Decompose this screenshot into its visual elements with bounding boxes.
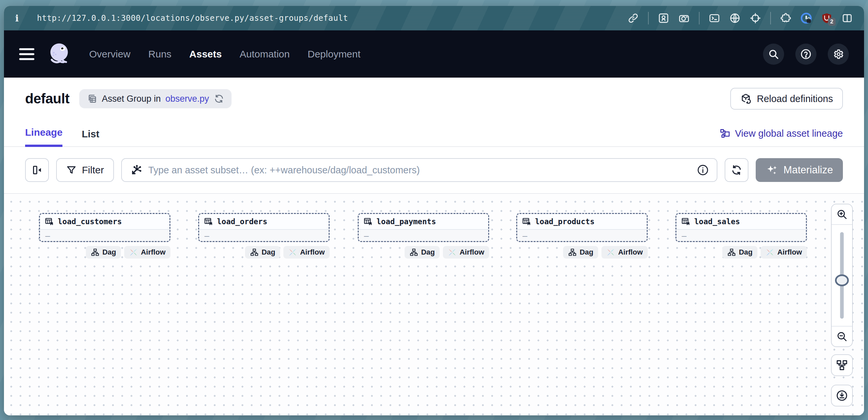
airflow-badge-label: Airflow xyxy=(459,248,484,257)
airflow-badge[interactable]: Airflow xyxy=(443,246,489,259)
crosshair-icon[interactable] xyxy=(750,12,761,24)
asset-name: load_customers xyxy=(58,217,122,226)
open-panel-button[interactable] xyxy=(25,158,49,182)
asset-node-load-sales[interactable]: load_sales – xyxy=(676,213,807,242)
view-global-asset-lineage-label: View global asset lineage xyxy=(735,128,843,139)
asset-status: – xyxy=(676,230,806,242)
asset-node-load-customers[interactable]: load_customers – xyxy=(39,213,170,242)
filter-button[interactable]: Filter xyxy=(56,158,114,182)
view-global-asset-lineage-link[interactable]: View global asset lineage xyxy=(720,128,843,146)
observable-asset-icon xyxy=(44,217,54,226)
airflow-badge-label: Airflow xyxy=(141,248,165,257)
dag-badge-label: Dag xyxy=(261,248,275,257)
nav-item-overview[interactable]: Overview xyxy=(89,49,130,60)
onepassword-icon xyxy=(801,12,812,24)
split-view-icon[interactable] xyxy=(842,12,853,24)
zoom-slider-thumb[interactable] xyxy=(835,274,849,286)
camera-icon[interactable] xyxy=(678,12,690,24)
hamburger-menu-icon[interactable] xyxy=(19,48,34,60)
zoom-controls xyxy=(831,204,853,347)
asset-subset-input[interactable] xyxy=(148,165,691,176)
dag-icon xyxy=(568,248,577,257)
zoom-in-icon xyxy=(836,209,847,220)
app-nav-bar: Overview Runs Assets Automation Deployme… xyxy=(4,30,864,77)
asset-group-icon xyxy=(87,93,97,104)
filter-label: Filter xyxy=(82,164,104,176)
dag-icon xyxy=(250,248,259,257)
asset-subset-input-wrap xyxy=(121,158,717,182)
airflow-badge[interactable]: Airflow xyxy=(761,246,807,259)
tab-lineage[interactable]: Lineage xyxy=(25,127,62,147)
tab-list[interactable]: List xyxy=(82,128,99,146)
url-text[interactable]: http://127.0.0.1:3000/locations/observe.… xyxy=(37,13,348,23)
dag-badge[interactable]: Dag xyxy=(563,246,598,259)
materialize-button[interactable]: Materialize xyxy=(756,158,843,182)
asset-status: – xyxy=(199,230,329,242)
lineage-canvas[interactable]: load_customers – Dag Airflow load_orders… xyxy=(4,194,864,415)
link-icon[interactable] xyxy=(627,12,639,24)
airflow-badge[interactable]: Airflow xyxy=(601,246,648,259)
airflow-badge-label: Airflow xyxy=(777,248,802,257)
globe-icon[interactable] xyxy=(729,12,741,24)
asset-group-badge-text: Asset Group in xyxy=(102,94,161,104)
observable-asset-icon xyxy=(522,217,531,226)
asset-node-load-products[interactable]: load_products – xyxy=(516,213,648,242)
airflow-badge[interactable]: Airflow xyxy=(124,246,170,259)
refresh-icon[interactable] xyxy=(214,93,224,104)
nav-links: Overview Runs Assets Automation Deployme… xyxy=(89,49,360,60)
nav-item-runs[interactable]: Runs xyxy=(148,49,172,60)
chrome-divider xyxy=(699,12,700,25)
page-info-icon[interactable]: i xyxy=(15,13,28,24)
page-header: default Asset Group in observe.py Reload… xyxy=(4,77,864,110)
zoom-slider[interactable] xyxy=(832,225,852,326)
asset-graph-icon xyxy=(130,164,142,176)
onepassword-extension[interactable] xyxy=(801,12,812,24)
dag-badge[interactable]: Dag xyxy=(245,246,280,259)
reload-definitions-button[interactable]: Reload definitions xyxy=(730,88,843,109)
observable-asset-icon xyxy=(681,217,690,226)
asset-badges-load-orders: Dag Airflow xyxy=(198,246,330,259)
dag-badge[interactable]: Dag xyxy=(86,246,121,259)
dag-badge-label: Dag xyxy=(102,248,116,257)
dag-icon xyxy=(409,248,418,257)
terminal-icon[interactable] xyxy=(709,12,720,24)
refresh-graph-button[interactable] xyxy=(725,158,748,182)
dagster-logo[interactable] xyxy=(45,41,73,68)
zoom-in-button[interactable] xyxy=(832,204,852,225)
nav-item-deployment[interactable]: Deployment xyxy=(308,49,360,60)
settings-button[interactable] xyxy=(828,43,849,65)
dag-badge-label: Dag xyxy=(421,248,435,257)
tabs-row: Lineage List View global asset lineage xyxy=(4,123,864,147)
relayout-button[interactable] xyxy=(831,354,853,376)
lineage-toolbar: Filter Materialize xyxy=(4,147,864,194)
ublock-extension[interactable]: 2 xyxy=(821,12,832,24)
extensions-puzzle-icon[interactable] xyxy=(780,12,792,24)
code-location-link[interactable]: observe.py xyxy=(165,94,209,104)
global-lineage-icon xyxy=(720,128,730,139)
zoom-out-button[interactable] xyxy=(832,326,852,346)
info-icon[interactable] xyxy=(697,164,709,176)
nav-item-automation[interactable]: Automation xyxy=(240,49,290,60)
airflow-icon xyxy=(448,248,457,257)
asset-badges-load-customers: Dag Airflow xyxy=(39,246,170,259)
chrome-divider xyxy=(770,12,771,25)
asset-node-load-payments[interactable]: load_payments – xyxy=(358,213,489,242)
ublock-badge: 2 xyxy=(828,18,836,26)
asset-node-load-orders[interactable]: load_orders – xyxy=(198,213,330,242)
download-view-button[interactable] xyxy=(831,385,853,407)
search-button[interactable] xyxy=(763,43,784,65)
help-button[interactable] xyxy=(795,43,816,65)
dag-badge[interactable]: Dag xyxy=(405,246,440,259)
airflow-icon xyxy=(607,248,615,257)
help-icon xyxy=(800,49,811,60)
dag-badge[interactable]: Dag xyxy=(722,246,758,259)
reload-definitions-label: Reload definitions xyxy=(757,93,833,104)
zoom-out-icon xyxy=(836,331,847,342)
filter-funnel-icon xyxy=(66,165,76,175)
image-icon[interactable] xyxy=(658,12,669,24)
airflow-badge-label: Airflow xyxy=(618,248,643,257)
nav-item-assets[interactable]: Assets xyxy=(189,49,222,60)
layout-tree-icon xyxy=(836,359,848,371)
airflow-badge[interactable]: Airflow xyxy=(283,246,330,259)
asset-name: load_payments xyxy=(376,217,436,226)
